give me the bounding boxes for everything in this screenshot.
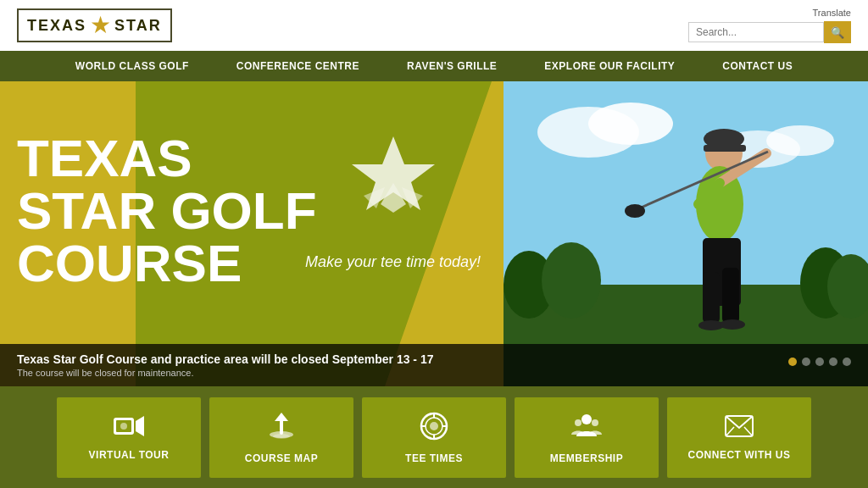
nav-explore-facility[interactable]: EXPLORE OUR FACILITY [520,51,698,81]
carousel-dots[interactable] [788,358,851,366]
nav-contact-us[interactable]: CONTACT US [698,51,816,81]
nav-world-class-golf[interactable]: WORLD CLASS GOLF [52,51,213,81]
hero-title-line1: TEXAS [17,132,317,185]
hero-title-line2: STAR GOLF [17,185,317,237]
connect-with-us-icon [724,414,754,442]
svg-point-44 [592,419,598,426]
svg-point-21 [625,204,645,218]
virtual-tour-icon [114,414,144,442]
hero-tagline: Make your tee time today! [305,253,481,271]
logo-text-left: TEXAS [27,17,86,35]
notification-subtitle: The course will be closed for maintenanc… [17,368,434,378]
logo-text-right: STAR [114,17,162,35]
site-header: TEXAS ★ STAR Translate 🔍 [0,0,868,51]
svg-point-30 [120,423,127,430]
main-nav: WORLD CLASS GOLF CONFERENCE CENTRE RAVEN… [0,51,868,81]
carousel-dot-3[interactable] [829,358,837,366]
svg-line-46 [726,427,734,436]
logo-star-icon: ★ [90,14,111,37]
svg-rect-32 [280,419,283,435]
svg-point-11 [542,242,601,319]
hero-title-block: TEXAS STAR GOLF COURSE [17,132,317,290]
svg-point-6 [588,103,673,145]
tile-tee-times-label: TEE TIMES [405,452,463,464]
carousel-dot-0[interactable] [788,358,797,366]
svg-rect-16 [704,145,746,152]
svg-marker-28 [136,416,144,436]
tile-virtual-tour-label: VIRTUAL TOUR [89,449,170,461]
notification-title: Texas Star Golf Course and practice area… [17,352,434,366]
hero-section: TEXAS STAR GOLF COURSE Make your tee tim… [0,81,868,386]
svg-rect-24 [722,268,739,323]
nav-conference-centre[interactable]: CONFERENCE CENTRE [213,51,383,81]
svg-point-43 [575,419,581,426]
tile-tee-times[interactable]: TEE TIMES [362,397,506,478]
tee-times-icon [419,411,449,446]
carousel-dot-4[interactable] [843,358,851,366]
tile-connect-with-us[interactable]: CONNECT WITH US [667,397,811,478]
tile-course-map-label: COURSE MAP [245,452,318,464]
notification-text-area: Texas Star Golf Course and practice area… [17,352,434,378]
tile-membership[interactable]: MEMBERSHIP [515,397,659,478]
header-right: Translate 🔍 [688,8,851,43]
svg-point-8 [766,125,834,156]
notification-bar: Texas Star Golf Course and practice area… [0,344,868,386]
svg-rect-23 [703,272,720,323]
hero-title-line3: COURSE [17,237,317,290]
hero-star-container: Make your tee time today! [305,132,481,271]
tile-virtual-tour[interactable]: VIRTUAL TOUR [57,397,201,478]
tile-course-map[interactable]: COURSE MAP [209,397,353,478]
search-input[interactable] [688,22,824,42]
svg-line-47 [744,427,753,436]
hero-photo [504,81,868,386]
tile-connect-with-us-label: CONNECT WITH US [688,449,791,461]
logo-container[interactable]: TEXAS ★ STAR [17,8,172,42]
hero-title: TEXAS STAR GOLF COURSE [17,132,317,290]
search-button[interactable]: 🔍 [824,21,851,43]
carousel-dot-2[interactable] [815,358,824,366]
svg-point-42 [581,414,592,424]
svg-point-37 [430,422,438,430]
hero-star-icon [305,132,481,245]
search-container: 🔍 [688,21,851,43]
course-map-icon [266,411,297,446]
svg-point-34 [273,434,290,439]
nav-ravens-grille[interactable]: RAVEN'S GRILLE [383,51,520,81]
svg-marker-33 [275,413,288,421]
logo-box: TEXAS ★ STAR [17,8,172,42]
membership-icon [571,411,602,446]
tile-membership-label: MEMBERSHIP [550,452,623,464]
footer-tiles: VIRTUAL TOUR COURSE MAP TEE TIMES [0,386,868,488]
carousel-dot-1[interactable] [802,358,810,366]
golfer-illustration [504,81,868,386]
svg-point-26 [720,319,745,330]
translate-label[interactable]: Translate [813,8,851,18]
